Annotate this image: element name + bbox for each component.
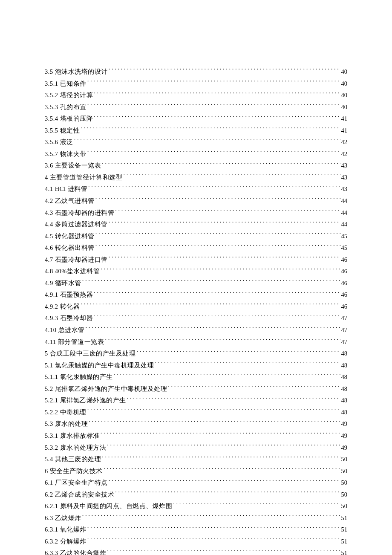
toc-leader-dots — [87, 526, 340, 532]
toc-entry-page: 44 — [341, 207, 348, 219]
toc-leader-dots — [94, 291, 340, 297]
toc-entry: 6.3.3 乙炔的化合爆炸51 — [45, 547, 347, 555]
toc-leader-dots — [95, 232, 340, 238]
toc-leader-dots — [107, 443, 340, 450]
toc-entry-page: 46 — [341, 289, 348, 301]
toc-entry-label: 4.9.3 石墨冷却器 — [45, 312, 93, 324]
toc-entry: 4.6 转化器出料管45 — [45, 242, 347, 254]
toc-leader-dots — [74, 138, 340, 145]
toc-entry-page: 42 — [341, 136, 348, 148]
toc-entry: 5 合成工段中三废的产生及处理48 — [45, 348, 347, 360]
toc-leader-dots — [102, 455, 340, 462]
document-page: 3.5 泡沫水洗塔的设计403.5.1 已知条件403.5.2 塔径的计算403… — [0, 0, 392, 555]
toc-entry-page: 46 — [341, 278, 348, 289]
toc-entry: 4.3 石墨冷却器的进料管44 — [45, 207, 347, 219]
toc-leader-dots — [87, 79, 340, 86]
toc-entry-label: 6.3.2 分解爆炸 — [45, 536, 86, 548]
toc-entry: 6.2.1 原料及中间提的闪点、自燃点、爆炸围50 — [45, 500, 347, 512]
toc-leader-dots — [87, 103, 340, 109]
toc-entry: 4.10 总进水管47 — [45, 324, 347, 336]
toc-entry-page: 50 — [341, 454, 348, 465]
toc-entry-page: 51 — [341, 512, 348, 524]
toc-entry: 5.2.2 中毒机理48 — [45, 407, 347, 419]
toc-leader-dots — [101, 267, 340, 274]
toc-leader-dots — [136, 350, 340, 356]
toc-leader-dots — [168, 384, 340, 391]
toc-entry-page: 48 — [341, 348, 348, 360]
toc-entry-label: 5.2.1 尾排氯乙烯外逸的产生 — [45, 395, 126, 407]
toc-leader-dots — [115, 208, 340, 215]
toc-leader-dots — [82, 279, 340, 285]
toc-entry: 5.1.1 氯化汞触媒的产生48 — [45, 371, 347, 383]
toc-entry-page: 42 — [341, 148, 348, 160]
toc-entry-page: 46 — [341, 254, 348, 266]
toc-entry-page: 47 — [341, 336, 348, 348]
toc-entry: 5.4 其他三废的处理50 — [45, 454, 347, 465]
toc-leader-dots — [107, 549, 340, 555]
toc-leader-dots — [109, 220, 340, 227]
toc-leader-dots — [81, 126, 340, 133]
toc-entry-page: 40 — [341, 78, 348, 90]
toc-entry-label: 3.5.4 塔板的压降 — [45, 113, 93, 125]
toc-entry: 3.5.4 塔板的压降41 — [45, 113, 347, 125]
toc-entry-label: 3.5.1 已知条件 — [45, 78, 86, 90]
toc-entry-label: 3.6 主要设备一览表 — [45, 160, 101, 172]
toc-entry-page: 40 — [341, 90, 348, 101]
toc-entry-label: 4.11 部分管道一览表 — [45, 336, 104, 348]
toc-leader-dots — [86, 326, 340, 332]
toc-leader-dots — [87, 408, 340, 414]
toc-entry: 4.11 部分管道一览表47 — [45, 336, 347, 348]
toc-entry-label: 4.9.2 转化器 — [45, 301, 80, 313]
toc-entry: 4.1 HCl 进料管43 — [45, 183, 347, 195]
toc-entry: 6.2 乙烯合成的安全技术50 — [45, 489, 347, 501]
toc-entry-page: 50 — [341, 465, 348, 477]
toc-entry-label: 4.9 循环水管 — [45, 278, 81, 289]
toc-entry: 5.3.1 废水排放标准49 — [45, 430, 347, 442]
toc-entry: 4.2 乙炔气进料管44 — [45, 195, 347, 207]
toc-leader-dots — [115, 490, 340, 497]
toc-entry: 4.9.1 石墨预热器46 — [45, 289, 347, 301]
toc-entry-page: 43 — [341, 160, 348, 172]
toc-leader-dots — [94, 314, 340, 321]
toc-entry-page: 41 — [341, 125, 348, 137]
toc-leader-dots — [101, 431, 340, 438]
toc-entry-label: 5.2.2 中毒机理 — [45, 407, 86, 419]
toc-leader-dots — [105, 338, 340, 344]
toc-leader-dots — [82, 514, 340, 520]
toc-leader-dots — [155, 361, 340, 367]
toc-entry-label: 3.5.5 稳定性 — [45, 125, 80, 137]
toc-entry-label: 3.5.7 物沫夹带 — [45, 148, 86, 160]
toc-entry-label: 3.5.3 孔的布置 — [45, 101, 86, 113]
toc-entry-page: 50 — [341, 477, 348, 489]
toc-leader-dots — [88, 185, 340, 191]
toc-entry-page: 45 — [341, 242, 348, 254]
toc-leader-dots — [87, 537, 340, 543]
toc-leader-dots — [87, 150, 340, 156]
toc-entry-label: 4.5 转化器进料管 — [45, 231, 95, 243]
toc-leader-dots — [94, 91, 340, 98]
toc-entry-label: 5.3.2 废水的处理方法 — [45, 442, 106, 454]
toc-entry-page: 43 — [341, 183, 348, 195]
toc-entry-label: 5 合成工段中三废的产生及处理 — [45, 348, 135, 360]
toc-entry-label: 6.3.3 乙炔的化合爆炸 — [45, 547, 106, 555]
toc-entry-label: 6.3 乙炔爆炸 — [45, 512, 81, 524]
toc-entry-label: 4.9.1 石墨预热器 — [45, 289, 93, 301]
toc-leader-dots — [95, 197, 340, 203]
toc-leader-dots — [123, 173, 340, 179]
toc-entry-page: 48 — [341, 395, 348, 407]
toc-entry-page: 47 — [341, 324, 348, 336]
toc-entry: 3.5.2 塔径的计算40 — [45, 90, 347, 101]
toc-leader-dots — [109, 255, 340, 262]
toc-entry: 3.5.7 物沫夹带42 — [45, 148, 347, 160]
toc-leader-dots — [81, 302, 340, 309]
toc-entry-page: 51 — [341, 547, 348, 555]
toc-entry-label: 4 主要管道管径计算和选型 — [45, 172, 122, 184]
toc-entry-page: 44 — [341, 219, 348, 231]
toc-entry: 6.3.2 分解爆炸51 — [45, 536, 347, 548]
toc-entry: 3.5.6 液泛42 — [45, 136, 347, 148]
toc-entry-page: 46 — [341, 301, 348, 313]
toc-entry-label: 4.4 多筒过滤器进料管 — [45, 219, 108, 231]
toc-entry-page: 45 — [341, 231, 348, 243]
toc-entry-label: 4.6 转化器出料管 — [45, 242, 95, 254]
toc-entry: 4.9 循环水管46 — [45, 278, 347, 289]
